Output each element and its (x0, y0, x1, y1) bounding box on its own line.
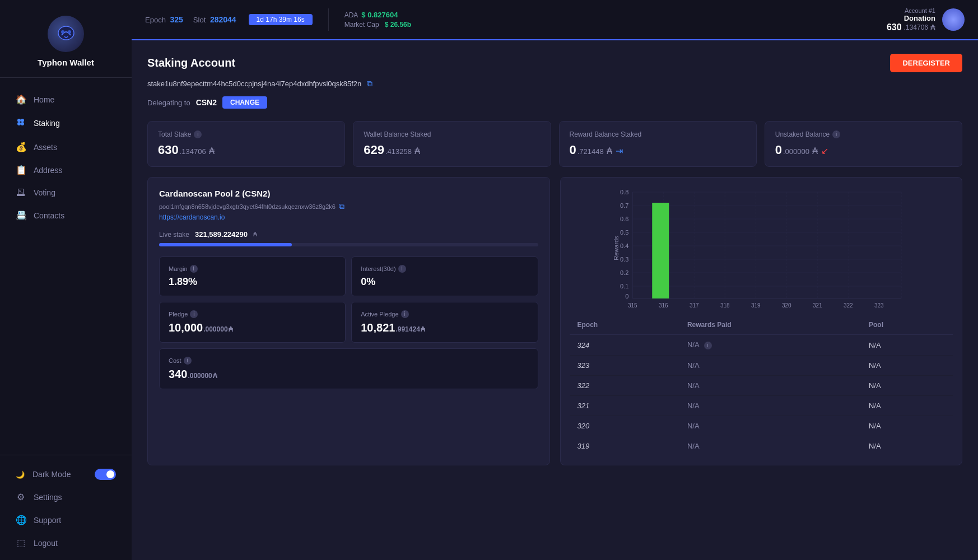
rewards-chart-svg: 0.8 0.7 0.6 0.5 0.4 0.3 0.2 0.1 0 Reward… (570, 186, 953, 310)
sidebar-bottom: 🌙 Dark Mode ⚙ Settings 🌐 Support ⬚ Logou… (0, 455, 132, 560)
pool-ticker: CSN2 (196, 98, 217, 107)
live-stake-ada: ₳ (253, 231, 257, 238)
rewards-table-row: 324 N/A i N/A (570, 335, 953, 356)
wallet-balance-value: 629 .413258 ₳ (364, 143, 540, 157)
svg-text:0.8: 0.8 (620, 189, 628, 195)
live-stake-progress-fill (159, 243, 292, 246)
logout-icon: ⬚ (16, 538, 26, 548)
sidebar-home-label: Home (34, 95, 54, 104)
active-pledge-info-icon[interactable]: i (401, 310, 409, 318)
unstaked-action-icon[interactable]: ↙ (821, 146, 828, 156)
epoch-cell: 319 (570, 436, 679, 456)
live-stake-row: Live stake 321,589.224290 ₳ (159, 230, 538, 239)
cost-card: Cost i 340 .000000 ₳ (159, 348, 538, 389)
active-pledge-ada: ₳ (421, 325, 425, 333)
address-icon: 📋 (16, 165, 26, 175)
sidebar-item-staking[interactable]: Staking (0, 111, 132, 136)
sidebar-voting-label: Voting (34, 188, 55, 197)
total-stake-info-icon[interactable]: i (194, 130, 202, 138)
epoch-value: 325 (170, 15, 183, 24)
svg-text:319: 319 (751, 302, 760, 309)
unstaked-info-icon[interactable]: i (832, 130, 840, 138)
svg-text:0.7: 0.7 (620, 202, 628, 209)
deregister-button[interactable]: DEREGISTER (890, 54, 962, 72)
pool-link[interactable]: https://cardanoscan.io (159, 213, 538, 221)
rewards-table-header: Epoch Rewards Paid Pool (570, 315, 953, 335)
delegating-row: Delegating to CSN2 CHANGE (147, 96, 962, 109)
mcap-label: Market Cap (344, 21, 379, 29)
sidebar-logout-label: Logout (34, 539, 58, 548)
wallet-ada-symbol: ₳ (415, 146, 420, 156)
cost-main: 340 (169, 368, 187, 381)
rewards-info-icon[interactable]: i (704, 342, 712, 349)
svg-text:318: 318 (720, 302, 729, 309)
svg-text:0.3: 0.3 (620, 256, 628, 263)
dark-mode-toggle[interactable] (95, 469, 116, 480)
unstaked-main: 0 (775, 143, 782, 157)
slot-label: Slot (193, 16, 206, 24)
svg-text:0.6: 0.6 (620, 216, 628, 222)
sidebar-staking-label: Staking (34, 119, 60, 128)
sidebar-navigation: 🏠 Home Staking 💰 Assets 📋 Address 🗳 Voti… (0, 78, 132, 455)
pledge-info-icon[interactable]: i (190, 310, 198, 318)
sidebar-item-logout[interactable]: ⬚ Logout (0, 531, 132, 554)
rewards-paid-cell: N/A (679, 396, 861, 416)
svg-point-6 (21, 122, 24, 125)
copy-pool-hash-icon[interactable]: ⧉ (339, 202, 344, 211)
pool-column-header: Pool (861, 315, 953, 335)
sidebar-item-address[interactable]: 📋 Address (0, 158, 132, 181)
svg-text:322: 322 (843, 302, 853, 309)
change-pool-button[interactable]: CHANGE (222, 96, 267, 109)
cost-label: Cost i (169, 357, 529, 365)
interest-info-icon[interactable]: i (398, 265, 406, 273)
account-info: Account #1 Donation 630 .134706 ₳ (887, 7, 935, 32)
epoch-cell: 322 (570, 376, 679, 396)
sidebar-item-contacts[interactable]: 📇 Contacts (0, 204, 132, 227)
margin-label: Margin i (169, 265, 336, 273)
rewards-table: Epoch Rewards Paid Pool 324 N/A i N/A 32… (570, 315, 953, 456)
settings-icon: ⚙ (16, 492, 26, 502)
pledge-main: 10,000 (169, 321, 203, 334)
active-pledge-value: 10,821 .991424 ₳ (361, 321, 528, 334)
svg-point-3 (17, 119, 21, 122)
account-name: Donation (887, 14, 935, 22)
epoch-cell: 320 (570, 416, 679, 436)
unstaked-ada-symbol: ₳ (812, 146, 818, 156)
unstaked-balance-value: 0 .000000 ₳ ↙ (775, 143, 952, 157)
margin-value: 1.89% (169, 276, 336, 288)
sidebar-item-support[interactable]: 🌐 Support (0, 508, 132, 531)
balance-main: 630 (887, 22, 902, 32)
live-stake-progress-bg (159, 243, 538, 246)
unstaked-dec: .000000 (783, 147, 809, 156)
delegating-label: Delegating to (147, 99, 190, 107)
copy-address-icon[interactable]: ⧉ (367, 79, 372, 88)
sidebar-item-settings[interactable]: ⚙ Settings (0, 486, 132, 508)
voting-icon: 🗳 (16, 188, 26, 198)
timer-bar: 1d 17h 39m 16s (249, 14, 313, 25)
pledge-card: Pledge i 10,000 .000000 ₳ (159, 302, 346, 343)
total-stake-label: Total Stake i (158, 130, 334, 138)
bottom-section: Cardanoscan Pool 2 (CSN2) pool1mfgqn8n65… (147, 177, 962, 465)
epoch-slot-section: Epoch 325 Slot 282044 1d 17h 39m 16s (145, 14, 313, 25)
active-pledge-dec: .991424 (395, 325, 420, 333)
sidebar-item-home[interactable]: 🏠 Home (0, 88, 132, 111)
live-stake-value: 321,589.224290 (195, 230, 248, 239)
reward-send-icon[interactable]: ⇥ (616, 146, 623, 156)
epoch-label: Epoch (145, 16, 166, 24)
pool-cell: N/A (861, 335, 953, 356)
stats-cards: Total Stake i 630 .134706 ₳ Wallet Balan… (147, 121, 962, 167)
cost-dec: .000000 (188, 372, 212, 380)
rewards-paid-cell: N/A (679, 416, 861, 436)
sidebar-item-voting[interactable]: 🗳 Voting (0, 181, 132, 204)
interest-label: Interest(30d) i (361, 265, 528, 273)
margin-info-icon[interactable]: i (190, 265, 198, 273)
sidebar-settings-label: Settings (34, 493, 62, 502)
cost-info-icon[interactable]: i (184, 357, 192, 365)
pool-details-card: Cardanoscan Pool 2 (CSN2) pool1mfgqn8n65… (147, 177, 550, 465)
rewards-paid-cell: N/A (679, 356, 861, 376)
pool-cell: N/A (861, 416, 953, 436)
sidebar-item-assets[interactable]: 💰 Assets (0, 136, 132, 158)
svg-text:315: 315 (627, 302, 637, 309)
topbar: Epoch 325 Slot 282044 1d 17h 39m 16s ADA… (132, 0, 978, 40)
reward-balance-label: Reward Balance Staked (570, 130, 746, 138)
